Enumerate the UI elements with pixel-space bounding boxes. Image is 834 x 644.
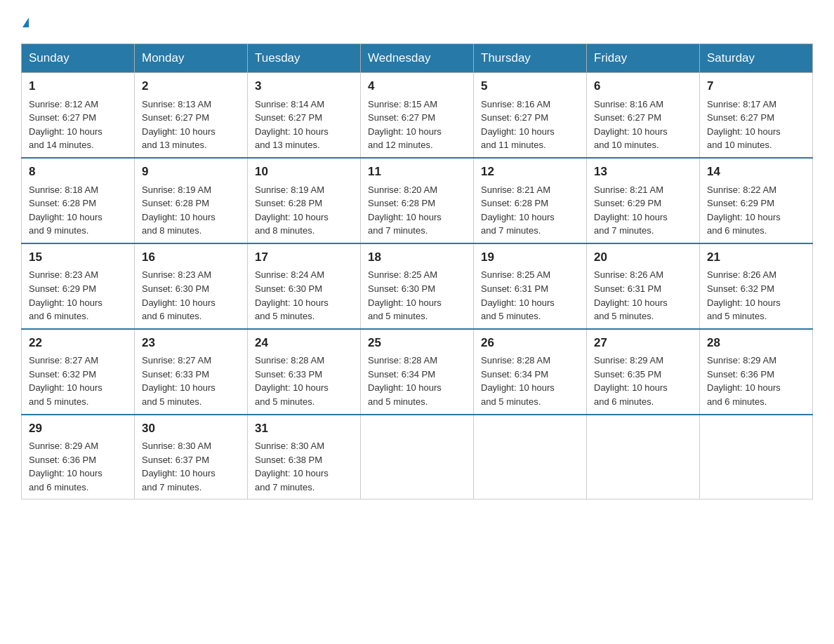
day-info: Sunrise: 8:29 AMSunset: 6:36 PMDaylight:… — [29, 441, 102, 492]
calendar-week-row: 8Sunrise: 8:18 AMSunset: 6:28 PMDaylight… — [22, 158, 813, 243]
day-number: 8 — [29, 163, 127, 181]
calendar-day-cell: 22Sunrise: 8:27 AMSunset: 6:32 PMDayligh… — [22, 329, 135, 415]
day-info: Sunrise: 8:29 AMSunset: 6:35 PMDaylight:… — [594, 355, 668, 407]
calendar-week-row: 22Sunrise: 8:27 AMSunset: 6:32 PMDayligh… — [22, 329, 813, 415]
day-number: 29 — [29, 420, 127, 438]
calendar-day-cell: 1Sunrise: 8:12 AMSunset: 6:27 PMDaylight… — [22, 73, 135, 158]
calendar-weekday-sunday: Sunday — [22, 44, 135, 73]
day-info: Sunrise: 8:30 AMSunset: 6:38 PMDaylight:… — [255, 441, 329, 492]
calendar-day-cell: 13Sunrise: 8:21 AMSunset: 6:29 PMDayligh… — [587, 158, 700, 243]
day-number: 4 — [368, 78, 466, 95]
calendar-day-cell: 8Sunrise: 8:18 AMSunset: 6:28 PMDaylight… — [22, 158, 135, 243]
day-number: 13 — [594, 163, 692, 181]
day-number: 11 — [368, 163, 466, 181]
day-number: 25 — [368, 335, 466, 352]
day-number: 30 — [142, 420, 240, 438]
day-number: 23 — [142, 335, 240, 352]
day-info: Sunrise: 8:19 AMSunset: 6:28 PMDaylight:… — [255, 185, 329, 236]
calendar-day-cell: 10Sunrise: 8:19 AMSunset: 6:28 PMDayligh… — [248, 158, 361, 243]
day-info: Sunrise: 8:19 AMSunset: 6:28 PMDaylight:… — [142, 185, 216, 236]
calendar-day-cell: 14Sunrise: 8:22 AMSunset: 6:29 PMDayligh… — [700, 158, 813, 243]
day-number: 27 — [594, 335, 692, 352]
day-info: Sunrise: 8:28 AMSunset: 6:33 PMDaylight:… — [255, 355, 329, 407]
logo-text — [21, 14, 29, 34]
day-number: 2 — [142, 78, 240, 95]
day-info: Sunrise: 8:16 AMSunset: 6:27 PMDaylight:… — [594, 99, 668, 151]
day-number: 1 — [29, 78, 127, 95]
calendar-day-cell: 19Sunrise: 8:25 AMSunset: 6:31 PMDayligh… — [474, 243, 587, 329]
day-number: 15 — [29, 249, 127, 267]
day-number: 17 — [255, 249, 353, 267]
day-info: Sunrise: 8:27 AMSunset: 6:33 PMDaylight:… — [142, 355, 216, 407]
day-number: 24 — [255, 335, 353, 352]
logo-triangle-icon — [22, 18, 29, 27]
calendar-day-cell: 25Sunrise: 8:28 AMSunset: 6:34 PMDayligh… — [361, 329, 474, 415]
day-info: Sunrise: 8:12 AMSunset: 6:27 PMDaylight:… — [29, 99, 102, 151]
day-info: Sunrise: 8:28 AMSunset: 6:34 PMDaylight:… — [368, 355, 442, 407]
calendar-weekday-monday: Monday — [135, 44, 248, 73]
calendar-weekday-thursday: Thursday — [474, 44, 587, 73]
calendar-week-row: 1Sunrise: 8:12 AMSunset: 6:27 PMDaylight… — [22, 73, 813, 158]
day-number: 14 — [707, 163, 805, 181]
calendar-day-cell: 21Sunrise: 8:26 AMSunset: 6:32 PMDayligh… — [700, 243, 813, 329]
day-number: 19 — [481, 249, 579, 267]
calendar-day-cell: 23Sunrise: 8:27 AMSunset: 6:33 PMDayligh… — [135, 329, 248, 415]
calendar-day-cell: 18Sunrise: 8:25 AMSunset: 6:30 PMDayligh… — [361, 243, 474, 329]
calendar-day-cell: 20Sunrise: 8:26 AMSunset: 6:31 PMDayligh… — [587, 243, 700, 329]
day-number: 21 — [707, 249, 805, 267]
day-number: 20 — [594, 249, 692, 267]
day-info: Sunrise: 8:25 AMSunset: 6:31 PMDaylight:… — [481, 269, 555, 321]
day-info: Sunrise: 8:29 AMSunset: 6:36 PMDaylight:… — [707, 355, 781, 407]
calendar-day-cell: 29Sunrise: 8:29 AMSunset: 6:36 PMDayligh… — [22, 415, 135, 499]
day-info: Sunrise: 8:17 AMSunset: 6:27 PMDaylight:… — [707, 99, 781, 151]
calendar-day-cell: 9Sunrise: 8:19 AMSunset: 6:28 PMDaylight… — [135, 158, 248, 243]
calendar-day-cell: 26Sunrise: 8:28 AMSunset: 6:34 PMDayligh… — [474, 329, 587, 415]
calendar-day-cell: 27Sunrise: 8:29 AMSunset: 6:35 PMDayligh… — [587, 329, 700, 415]
calendar-day-cell: 28Sunrise: 8:29 AMSunset: 6:36 PMDayligh… — [700, 329, 813, 415]
day-number: 22 — [29, 335, 127, 352]
calendar-day-cell — [361, 415, 474, 499]
day-info: Sunrise: 8:30 AMSunset: 6:37 PMDaylight:… — [142, 441, 216, 492]
calendar-week-row: 15Sunrise: 8:23 AMSunset: 6:29 PMDayligh… — [22, 243, 813, 329]
day-info: Sunrise: 8:21 AMSunset: 6:29 PMDaylight:… — [594, 185, 668, 236]
day-info: Sunrise: 8:14 AMSunset: 6:27 PMDaylight:… — [255, 99, 329, 151]
calendar-day-cell: 7Sunrise: 8:17 AMSunset: 6:27 PMDaylight… — [700, 73, 813, 158]
day-info: Sunrise: 8:15 AMSunset: 6:27 PMDaylight:… — [368, 99, 442, 151]
day-number: 3 — [255, 78, 353, 95]
day-info: Sunrise: 8:23 AMSunset: 6:29 PMDaylight:… — [29, 269, 102, 321]
day-info: Sunrise: 8:20 AMSunset: 6:28 PMDaylight:… — [368, 185, 442, 236]
day-number: 18 — [368, 249, 466, 267]
day-info: Sunrise: 8:21 AMSunset: 6:28 PMDaylight:… — [481, 185, 555, 236]
logo-area — [21, 14, 29, 31]
calendar-weekday-tuesday: Tuesday — [248, 44, 361, 73]
calendar-day-cell: 24Sunrise: 8:28 AMSunset: 6:33 PMDayligh… — [248, 329, 361, 415]
day-info: Sunrise: 8:25 AMSunset: 6:30 PMDaylight:… — [368, 269, 442, 321]
calendar-weekday-wednesday: Wednesday — [361, 44, 474, 73]
day-number: 31 — [255, 420, 353, 438]
calendar-weekday-saturday: Saturday — [700, 44, 813, 73]
day-number: 9 — [142, 163, 240, 181]
calendar-weekday-friday: Friday — [587, 44, 700, 73]
calendar-day-cell: 4Sunrise: 8:15 AMSunset: 6:27 PMDaylight… — [361, 73, 474, 158]
page-header — [21, 14, 813, 31]
day-number: 10 — [255, 163, 353, 181]
day-info: Sunrise: 8:23 AMSunset: 6:30 PMDaylight:… — [142, 269, 216, 321]
calendar-day-cell: 2Sunrise: 8:13 AMSunset: 6:27 PMDaylight… — [135, 73, 248, 158]
calendar-header-row: SundayMondayTuesdayWednesdayThursdayFrid… — [22, 44, 813, 73]
day-number: 26 — [481, 335, 579, 352]
calendar-day-cell — [587, 415, 700, 499]
day-number: 6 — [594, 78, 692, 95]
day-info: Sunrise: 8:24 AMSunset: 6:30 PMDaylight:… — [255, 269, 329, 321]
day-info: Sunrise: 8:26 AMSunset: 6:31 PMDaylight:… — [594, 269, 668, 321]
calendar-day-cell: 30Sunrise: 8:30 AMSunset: 6:37 PMDayligh… — [135, 415, 248, 499]
day-info: Sunrise: 8:18 AMSunset: 6:28 PMDaylight:… — [29, 185, 102, 236]
calendar-week-row: 29Sunrise: 8:29 AMSunset: 6:36 PMDayligh… — [22, 415, 813, 499]
calendar-day-cell: 17Sunrise: 8:24 AMSunset: 6:30 PMDayligh… — [248, 243, 361, 329]
day-info: Sunrise: 8:22 AMSunset: 6:29 PMDaylight:… — [707, 185, 781, 236]
calendar-day-cell — [700, 415, 813, 499]
calendar-day-cell: 31Sunrise: 8:30 AMSunset: 6:38 PMDayligh… — [248, 415, 361, 499]
day-number: 28 — [707, 335, 805, 352]
day-info: Sunrise: 8:27 AMSunset: 6:32 PMDaylight:… — [29, 355, 102, 407]
calendar-day-cell: 6Sunrise: 8:16 AMSunset: 6:27 PMDaylight… — [587, 73, 700, 158]
calendar-table: SundayMondayTuesdayWednesdayThursdayFrid… — [21, 43, 813, 499]
